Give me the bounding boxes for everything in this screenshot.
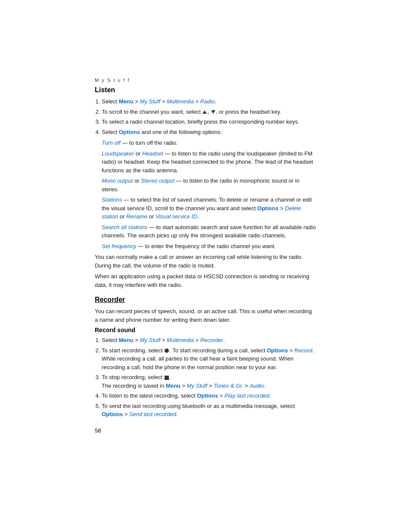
page-number: 58 xyxy=(95,427,316,434)
loudspeaker-link[interactable]: Loudspeaker xyxy=(102,150,134,157)
set-frequency-link[interactable]: Set frequency xyxy=(102,243,136,249)
record-step-3: To stop recording, select . The recordin… xyxy=(102,373,316,390)
options-block: Turn off — to turn off the radio. Loudsp… xyxy=(102,139,316,250)
menu-link-1[interactable]: Menu xyxy=(119,98,134,105)
mono-output-link[interactable]: Mono output xyxy=(102,177,133,184)
recorder-link[interactable]: Recorder xyxy=(200,337,223,343)
arrow-up-icon xyxy=(202,110,207,114)
listen-section: Listen Select Menu > My Stuff > Multimed… xyxy=(95,86,316,289)
radio-link[interactable]: Radio xyxy=(200,98,215,105)
headset-link[interactable]: Headset xyxy=(142,150,163,157)
mystuff-link-3[interactable]: My Stuff xyxy=(187,383,208,389)
options-link-2[interactable]: Options xyxy=(257,205,278,212)
listen-step-4: Select Options and one of the following … xyxy=(102,128,316,137)
listen-para-2: When an application using a packet data … xyxy=(95,272,316,289)
option-search-all: Search all stations — to start automatic… xyxy=(102,223,316,240)
record-step-2: To start recording, select . To start re… xyxy=(102,346,316,372)
stop-icon xyxy=(165,376,169,380)
options-link-5[interactable]: Options xyxy=(102,411,123,417)
record-sound-heading: Record sound xyxy=(95,327,316,333)
multimedia-link-1[interactable]: Multimedia xyxy=(167,98,194,105)
recorder-intro: You can record pieces of speech, sound, … xyxy=(95,307,316,324)
option-turnoff: Turn off — to turn off the radio. xyxy=(102,139,316,147)
option-stations: Stations — to select the list of saved c… xyxy=(102,196,316,221)
turnoff-link[interactable]: Turn off xyxy=(102,140,121,146)
listen-step-2: To scroll to the channel you want, selec… xyxy=(102,108,316,116)
record-step-5: To send the last recording using bluetoo… xyxy=(102,402,316,419)
stereo-output-link[interactable]: Stereo output xyxy=(141,177,174,184)
arrow-down-icon xyxy=(211,110,215,114)
mystuff-link-1[interactable]: My Stuff xyxy=(140,98,161,105)
menu-link-3[interactable]: Menu xyxy=(166,383,181,389)
multimedia-link-2[interactable]: Multimedia xyxy=(167,337,194,343)
options-link-3[interactable]: Options xyxy=(267,347,288,354)
audio-link[interactable]: Audio xyxy=(249,383,264,389)
play-last-recorded-link[interactable]: Play last recorded xyxy=(224,392,269,399)
tones-link[interactable]: Tones & Gr. xyxy=(214,383,243,389)
stations-link[interactable]: Stations xyxy=(102,196,122,203)
record-step-4: To listen to the latest recording, selec… xyxy=(102,392,316,400)
record-sound-steps: Select Menu > My Stuff > Multimedia > Re… xyxy=(102,336,316,419)
option-loudspeaker: Loudspeaker or Headset — to listen to th… xyxy=(102,149,316,175)
option-mono: Mono output or Stereo output — to listen… xyxy=(102,177,316,193)
send-last-recorded-link[interactable]: Send last recorded xyxy=(129,411,176,417)
listen-steps: Select Menu > My Stuff > Multimedia > Ra… xyxy=(102,97,316,136)
menu-link-2[interactable]: Menu xyxy=(119,337,134,343)
listen-heading: Listen xyxy=(95,86,316,94)
record-icon xyxy=(165,348,169,353)
section-label: M y S t u f f xyxy=(95,78,316,83)
options-link-1[interactable]: Options xyxy=(119,129,140,135)
recorder-section: Recorder You can record pieces of speech… xyxy=(95,296,316,419)
listen-step-3: To select a radio channel location, brie… xyxy=(102,118,316,126)
record-option-link[interactable]: Record xyxy=(294,347,312,354)
options-link-4[interactable]: Options xyxy=(197,392,218,399)
page: M y S t u f f Listen Select Menu > My St… xyxy=(0,0,411,532)
mystuff-link-2[interactable]: My Stuff xyxy=(140,337,161,343)
record-step-1: Select Menu > My Stuff > Multimedia > Re… xyxy=(102,336,316,345)
rename-link[interactable]: Rename xyxy=(126,213,147,220)
recorder-heading: Recorder xyxy=(95,296,316,304)
option-set-frequency: Set frequency — to enter the frequency o… xyxy=(102,242,316,251)
search-all-stations-link[interactable]: Search all stations xyxy=(102,224,147,230)
listen-para-1: You can normally make a call or answer a… xyxy=(95,253,316,270)
listen-step-1: Select Menu > My Stuff > Multimedia > Ra… xyxy=(102,97,316,106)
visual-service-id-link[interactable]: Visual service ID xyxy=(156,213,197,220)
